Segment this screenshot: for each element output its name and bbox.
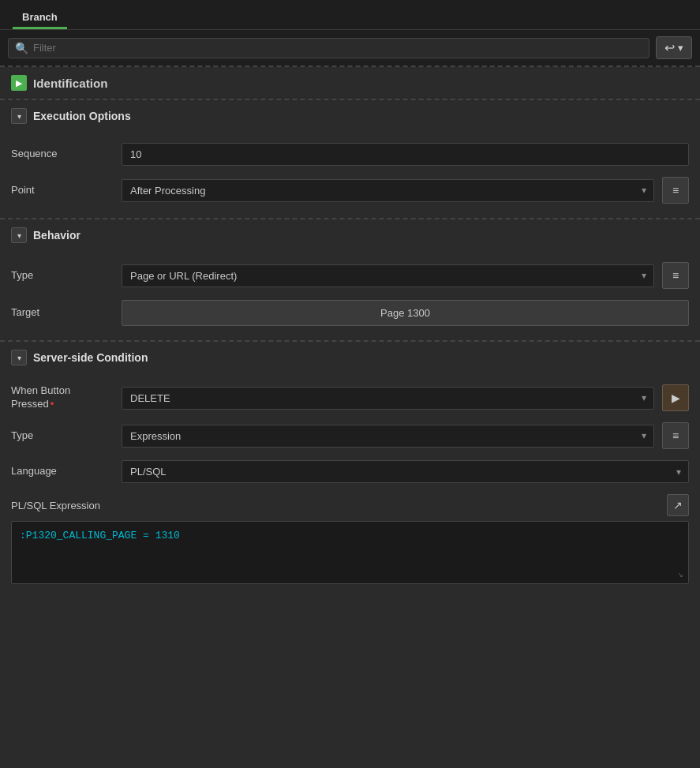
plsql-expression-label: PL/SQL Expression <box>11 500 100 511</box>
redirect-button[interactable]: ↩ ▾ <box>656 36 692 59</box>
tab-label: Branch <box>22 11 58 23</box>
execution-options-body: Sequence Point After Processing Before P… <box>0 132 700 218</box>
arrow-right-icon: ▶ <box>672 391 680 404</box>
identification-section: ▶ Identification <box>0 67 700 100</box>
server-side-condition-section: ▾ Server-side Condition When ButtonPress… <box>0 342 700 598</box>
search-input-wrapper: 🔍 <box>8 38 649 58</box>
search-bar: 🔍 ↩ ▾ <box>0 30 700 67</box>
chevron-down-icon: ▾ <box>17 354 21 362</box>
behavior-header[interactable]: ▾ Behavior <box>0 219 700 251</box>
list-icon: ≡ <box>672 429 679 442</box>
server-side-condition-toggle-icon: ▾ <box>11 350 27 365</box>
condition-type-row: Type Expression PL/SQL Expression No Con… <box>11 422 689 449</box>
target-label: Target <box>11 306 114 320</box>
point-select[interactable]: After Processing Before Processing Befor… <box>122 179 654 202</box>
point-list-button[interactable]: ≡ <box>662 177 689 204</box>
execution-options-section: ▾ Execution Options Sequence Point After… <box>0 100 700 219</box>
execution-options-title: Execution Options <box>33 110 131 122</box>
sequence-row: Sequence <box>11 143 689 166</box>
language-row: Language PL/SQL JavaScript ▾ <box>11 460 689 483</box>
tab-bar: Branch <box>0 0 700 30</box>
server-side-condition-body: When ButtonPressed DELETE SAVE CANCEL ▾ … <box>0 373 700 598</box>
expand-icon: ↗ <box>673 499 683 511</box>
filter-input[interactable] <box>33 42 642 54</box>
point-select-wrapper: After Processing Before Processing Befor… <box>122 179 654 202</box>
when-button-pressed-select[interactable]: DELETE SAVE CANCEL <box>122 387 654 410</box>
behavior-type-label: Type <box>11 269 114 283</box>
redirect-icon: ↩ <box>664 40 675 55</box>
condition-type-label: Type <box>11 429 114 443</box>
when-button-pressed-row: When ButtonPressed DELETE SAVE CANCEL ▾ … <box>11 384 689 411</box>
server-side-condition-title: Server-side Condition <box>33 351 148 364</box>
execution-options-toggle-icon: ▾ <box>11 108 27 124</box>
sequence-input[interactable] <box>122 143 689 166</box>
point-row: Point After Processing Before Processing… <box>11 177 689 204</box>
plsql-label-row: PL/SQL Expression ↗ <box>11 494 689 516</box>
condition-type-list-button[interactable]: ≡ <box>662 422 689 449</box>
plsql-editor[interactable]: :P1320_CALLING_PAGE = 1310 <box>11 521 689 584</box>
chevron-down-icon: ▾ <box>17 231 21 240</box>
behavior-type-list-button[interactable]: ≡ <box>662 262 689 289</box>
behavior-type-select[interactable]: Page or URL (Redirect) Page or URL (Prin… <box>122 264 654 287</box>
behavior-type-select-wrapper: Page or URL (Redirect) Page or URL (Prin… <box>122 264 654 287</box>
identification-header[interactable]: ▶ Identification <box>0 67 700 99</box>
search-icon: 🔍 <box>15 42 28 54</box>
identification-title: Identification <box>33 77 108 90</box>
behavior-body: Type Page or URL (Redirect) Page or URL … <box>0 251 700 340</box>
execution-options-header[interactable]: ▾ Execution Options <box>0 100 700 132</box>
target-row: Target Page 1300 <box>11 300 689 326</box>
language-label: Language <box>11 465 114 478</box>
behavior-toggle-icon: ▾ <box>11 227 27 243</box>
plsql-section: PL/SQL Expression ↗ :P1320_CALLING_PAGE … <box>11 494 689 584</box>
chevron-right-icon: ▶ <box>16 78 22 88</box>
language-select-wrapper: PL/SQL JavaScript ▾ <box>122 460 689 483</box>
list-icon: ≡ <box>672 184 679 197</box>
plsql-expand-button[interactable]: ↗ <box>667 494 689 516</box>
list-icon: ≡ <box>672 269 679 282</box>
when-button-pressed-arrow-button[interactable]: ▶ <box>662 384 689 411</box>
behavior-type-row: Type Page or URL (Redirect) Page or URL … <box>11 262 689 289</box>
behavior-title: Behavior <box>33 229 80 242</box>
identification-toggle-icon: ▶ <box>11 75 27 91</box>
branch-tab[interactable]: Branch <box>13 6 67 29</box>
when-button-pressed-select-wrapper: DELETE SAVE CANCEL ▾ <box>122 387 654 410</box>
language-select[interactable]: PL/SQL JavaScript <box>122 460 689 483</box>
target-field[interactable]: Page 1300 <box>122 300 689 326</box>
point-label: Point <box>11 184 114 197</box>
chevron-down-icon: ▾ <box>678 42 683 54</box>
sequence-label: Sequence <box>11 148 114 161</box>
chevron-down-icon: ▾ <box>17 112 21 121</box>
condition-type-select[interactable]: Expression PL/SQL Expression No Conditio… <box>122 425 654 448</box>
condition-type-select-wrapper: Expression PL/SQL Expression No Conditio… <box>122 425 654 448</box>
server-side-condition-header[interactable]: ▾ Server-side Condition <box>0 342 700 373</box>
behavior-section: ▾ Behavior Type Page or URL (Redirect) P… <box>0 219 700 342</box>
plsql-expression-value: :P1320_CALLING_PAGE = 1310 <box>20 530 180 541</box>
when-button-pressed-label: When ButtonPressed <box>11 384 114 411</box>
